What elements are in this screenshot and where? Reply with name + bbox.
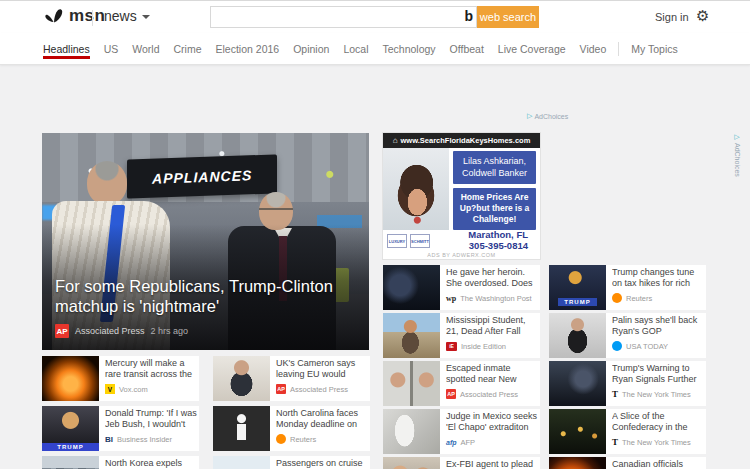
story-tile[interactable]: Escaped inmate spotted near New Jersey h… (383, 361, 540, 406)
sign-in-link[interactable]: Sign in (655, 11, 689, 23)
story-source-row: afp AFP (446, 437, 538, 447)
ad-message: Home Prices Are Up?but there is a Challe… (453, 188, 536, 229)
bing-icon: b (464, 8, 473, 24)
story-thumbnail (549, 313, 606, 358)
story-source: The Washington Post (460, 294, 531, 303)
story-tile[interactable]: A Slice of the Confederacy in the Interi… (549, 409, 706, 454)
story-thumbnail (42, 356, 99, 401)
story-thumbnail: TRUMP (42, 406, 99, 451)
story-source: Associated Press (290, 385, 348, 394)
gear-icon[interactable]: ⚙ (696, 7, 709, 25)
story-tile[interactable]: Mercury will make a rare transit across … (42, 356, 199, 401)
nav-item-election-2016[interactable]: Election 2016 (209, 33, 287, 64)
story-source-row: wp The Washington Post (446, 293, 538, 303)
ad-url-bar[interactable]: ⌂ www.SearchFloridaKeysHomes.com (383, 133, 540, 148)
story-source-row: T The New York Times (612, 389, 704, 399)
story-source: Inside Edition (461, 342, 506, 351)
nav-item-offbeat[interactable]: Offbeat (443, 33, 491, 64)
story-title: Trump's Warning to Ryan Signals Further … (612, 363, 704, 386)
story-tile[interactable]: North Carolina faces Monday deadline on … (213, 406, 370, 451)
adchoices-text: AdChoices (534, 113, 568, 120)
story-tile[interactable]: TRUMP Donald Trump: 'If I was Jeb Bush, … (42, 406, 199, 451)
story-title: UK's Cameron says leaving EU would incre… (276, 358, 368, 381)
adchoices-label-top[interactable]: ▷ AdChoices (527, 112, 568, 120)
story-tile[interactable]: Judge in Mexico seeks 'El Chapo' extradi… (383, 409, 540, 454)
nav-item-world[interactable]: World (125, 33, 166, 64)
story-tile[interactable]: He gave her heroin. She overdosed. Does … (383, 265, 540, 310)
story-tile[interactable]: North Korea expels BBC journalist team (42, 456, 199, 469)
chevron-down-icon (142, 15, 150, 19)
adchoices-text: AdChoices (733, 143, 741, 177)
hero-timestamp: 2 hrs ago (151, 326, 189, 336)
story-thumbnail: TRUMP (549, 265, 606, 310)
nav-item-opinion[interactable]: Opinion (286, 33, 336, 64)
story-title: Passengers on cruise ship docked in Main… (276, 458, 368, 469)
story-title: Donald Trump: 'If I was Jeb Bush, I woul… (105, 408, 197, 431)
story-tile[interactable]: Passengers on cruise ship docked in Main… (213, 456, 370, 469)
nav-item-crime[interactable]: Crime (167, 33, 209, 64)
web-search-button[interactable]: web search (477, 6, 539, 28)
story-title: He gave her heroin. She overdosed. Does … (446, 267, 538, 290)
thumbnail-caption: TRUMP (558, 298, 598, 306)
story-thumbnail (549, 457, 606, 469)
ad-phone: 305-395-0814 (469, 240, 528, 251)
story-source-row: AP Associated Press (446, 389, 538, 399)
story-source: Associated Press (460, 390, 518, 399)
nav-item-live-coverage[interactable]: Live Coverage (491, 33, 573, 64)
nav-item-technology[interactable]: Technology (375, 33, 442, 64)
story-source-row: iE Inside Edition (446, 341, 538, 351)
story-thumbnail (383, 361, 440, 406)
story-source: Business Insider (117, 435, 172, 444)
story-source-row: USA TODAY (612, 341, 704, 351)
story-thumbnail (383, 409, 440, 454)
story-tile[interactable]: TRUMP Trump changes tune on tax hikes fo… (549, 265, 706, 310)
top-header: msn news b web search Sign in ⚙ (0, 0, 750, 33)
story-source-row: T The New York Times (612, 437, 704, 447)
nav-item-local[interactable]: Local (336, 33, 375, 64)
story-source: USA TODAY (626, 342, 668, 351)
nav-divider (618, 42, 619, 56)
source-logo-icon: AP (276, 384, 286, 394)
adchoices-icon: ▷ (527, 112, 532, 120)
story-title: Ex-FBI agent to plead guilty to perjury … (446, 459, 538, 469)
story-source-row: AP Associated Press (276, 384, 368, 394)
story-source: The New York Times (622, 438, 691, 447)
source-logo-icon: iE (446, 342, 457, 351)
story-thumbnail (213, 456, 270, 469)
story-title: Mercury will make a rare transit across … (105, 358, 197, 381)
story-title: North Carolina faces Monday deadline on … (276, 408, 368, 431)
story-tile[interactable]: Trump's Warning to Ryan Signals Further … (549, 361, 706, 406)
story-source: Reuters (626, 294, 652, 303)
story-source-row: V Vox.com (105, 384, 197, 394)
story-title: Escaped inmate spotted near New Jersey h… (446, 363, 538, 386)
ad-contact: Marathon, FL 305-395-0814 (468, 230, 536, 252)
section-nav: HeadlinesUSWorldCrimeElection 2016Opinio… (0, 33, 750, 65)
ad-logo-luxury: LUXURY (387, 234, 407, 248)
source-logo-icon (612, 341, 622, 351)
story-tile[interactable]: Palin says she'll back Ryan's GOP challe… (549, 313, 706, 358)
nav-item-video[interactable]: Video (573, 33, 614, 64)
hero-source: Associated Press (75, 326, 145, 336)
story-tile[interactable]: Ex-FBI agent to plead guilty to perjury … (383, 457, 540, 469)
msn-logo[interactable]: msn (44, 6, 105, 26)
story-title: A Slice of the Confederacy in the Interi… (612, 411, 704, 434)
header-divider (92, 10, 93, 26)
hero-title: For some Republicans, Trump-Clinton matc… (55, 276, 356, 316)
story-source-row: Reuters (276, 434, 368, 444)
search-input[interactable] (211, 7, 456, 27)
story-tile[interactable]: UK's Cameron says leaving EU would incre… (213, 356, 370, 401)
ad-disclaimer: ADS BY ADWERX.COM (383, 252, 540, 258)
hero-story[interactable]: APPLIANCES For some Republicans, Trump-C… (42, 133, 369, 350)
advertisement[interactable]: ⌂ www.SearchFloridaKeysHomes.com Lilas A… (383, 133, 540, 259)
nav-item-headlines[interactable]: Headlines (36, 33, 97, 64)
adchoices-label-side[interactable]: ▷ AdChoices (733, 133, 741, 177)
story-tile[interactable]: Canadian officials hope to put 'death gr… (549, 457, 706, 469)
story-title: North Korea expels BBC journalist team (105, 458, 197, 469)
nav-item-my-topics[interactable]: My Topics (624, 33, 685, 64)
news-vertical-dropdown[interactable]: news (104, 8, 150, 24)
story-tile[interactable]: Mississippi Student, 21, Dead After Fall… (383, 313, 540, 358)
nav-item-us[interactable]: US (97, 33, 126, 64)
story-title: Judge in Mexico seeks 'El Chapo' extradi… (446, 411, 538, 434)
story-thumbnail (383, 457, 440, 469)
source-logo-icon: wp (446, 294, 456, 303)
